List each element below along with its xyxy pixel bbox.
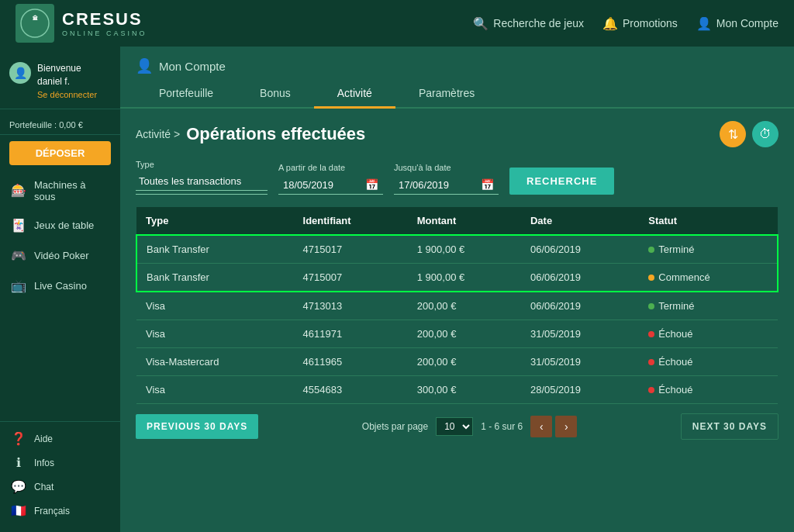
page-title: Opérations effectuées bbox=[186, 124, 365, 144]
slots-icon: 🎰 bbox=[11, 183, 26, 198]
page-range-label: 1 - 6 sur 6 bbox=[481, 421, 523, 432]
promotions-nav-item[interactable]: 🔔 Promotions bbox=[602, 16, 678, 31]
search-icon: 🔍 bbox=[473, 16, 488, 31]
logo-subtitle: ONLINE CASINO bbox=[62, 29, 147, 37]
cell-amount: 1 900,00 € bbox=[408, 235, 521, 264]
cell-amount: 300,00 € bbox=[408, 376, 521, 404]
tab-bonus[interactable]: Bonus bbox=[236, 79, 314, 107]
prev-30-days-button[interactable]: PREVIOUS 30 DAYS bbox=[136, 414, 258, 439]
col-id: Identifiant bbox=[294, 207, 408, 235]
sidebar-item-video-poker[interactable]: 🎮 Vidéo Poker bbox=[0, 240, 120, 271]
search-nav-item[interactable]: 🔍 Recherche de jeux bbox=[473, 16, 584, 31]
table-row[interactable]: Visa4713013200,00 €06/06/2019Terminé bbox=[136, 292, 778, 320]
cell-status: Échoué bbox=[639, 376, 778, 404]
items-per-page-label: Objets par page bbox=[362, 421, 428, 432]
sidebar-item-info[interactable]: ℹ Infos bbox=[0, 451, 120, 475]
col-amount: Montant bbox=[408, 207, 521, 235]
status-dot bbox=[648, 387, 654, 393]
table-row[interactable]: Bank Transfer47150171 900,00 €06/06/2019… bbox=[136, 235, 778, 264]
cell-type: Bank Transfer bbox=[136, 264, 294, 292]
sidebar-bottom: ❓ Aide ℹ Infos 💬 Chat 🇫🇷 Français bbox=[0, 421, 120, 523]
col-type: Type bbox=[136, 207, 294, 235]
sidebar-item-chat[interactable]: 💬 Chat bbox=[0, 475, 120, 499]
cell-date: 06/06/2019 bbox=[521, 264, 639, 292]
sidebar-item-live-casino[interactable]: 📺 Live Casino bbox=[0, 271, 120, 301]
cell-amount: 200,00 € bbox=[408, 348, 521, 376]
logo-image: 🏛 bbox=[16, 4, 54, 43]
table-row[interactable]: Visa4611971200,00 €31/05/2019Échoué bbox=[136, 320, 778, 348]
cell-date: 31/05/2019 bbox=[521, 348, 639, 376]
promotions-nav-label: Promotions bbox=[623, 17, 678, 29]
cell-type: Visa bbox=[136, 320, 294, 348]
tab-portefeuille[interactable]: Portefeuille bbox=[136, 79, 236, 107]
top-navigation: 🏛 cresus ONLINE CASINO 🔍 Recherche de je… bbox=[0, 0, 794, 47]
page-body: Activité > Opérations effectuées ⇅ ⏱ Typ… bbox=[120, 109, 794, 532]
date-from-input[interactable] bbox=[283, 179, 361, 191]
cell-amount: 200,00 € bbox=[408, 292, 521, 320]
cell-id: 4611965 bbox=[294, 348, 408, 376]
user-icon: 👤 bbox=[696, 16, 712, 31]
date-to-label: Jusqu'à la date bbox=[394, 163, 499, 172]
date-from-filter: A partir de la date 📅 bbox=[278, 163, 383, 195]
table-games-label: Jeux de table bbox=[34, 219, 94, 231]
logout-link[interactable]: Se déconnecter bbox=[37, 90, 97, 99]
help-icon: ❓ bbox=[11, 431, 26, 446]
user-greeting: Bienvenue bbox=[37, 62, 97, 75]
cell-status: Terminé bbox=[639, 292, 778, 320]
avatar: 👤 bbox=[9, 62, 31, 84]
deposit-button[interactable]: DÉPOSER bbox=[9, 141, 111, 165]
video-poker-icon: 🎮 bbox=[11, 248, 26, 263]
status-dot bbox=[648, 247, 654, 253]
live-casino-label: Live Casino bbox=[34, 280, 87, 292]
sidebar-item-language[interactable]: 🇫🇷 Français bbox=[0, 499, 120, 523]
logo-name: cresus bbox=[62, 9, 147, 29]
table-row[interactable]: Bank Transfer47150071 900,00 €06/06/2019… bbox=[136, 264, 778, 292]
flag-icon: 🇫🇷 bbox=[11, 503, 26, 518]
export-button[interactable]: ⏱ bbox=[752, 121, 778, 147]
cell-type: Visa bbox=[136, 376, 294, 404]
cell-amount: 200,00 € bbox=[408, 320, 521, 348]
cell-status: Commencé bbox=[639, 264, 778, 292]
bell-icon: 🔔 bbox=[602, 16, 618, 31]
type-filter-label: Type bbox=[136, 160, 268, 169]
type-filter-select[interactable]: Toutes les transactions Dépôts Retraits bbox=[136, 172, 268, 191]
table-row[interactable]: Visa-Mastercard4611965200,00 €31/05/2019… bbox=[136, 348, 778, 376]
cell-id: 4715017 bbox=[294, 235, 408, 264]
date-to-input[interactable] bbox=[399, 179, 476, 191]
cell-id: 4554683 bbox=[294, 376, 408, 404]
svg-point-0 bbox=[21, 9, 49, 37]
prev-page-button[interactable]: ‹ bbox=[530, 416, 552, 437]
cell-type: Visa bbox=[136, 292, 294, 320]
next-page-button[interactable]: › bbox=[555, 416, 577, 437]
sidebar-item-slots[interactable]: 🎰 Machines à sous bbox=[0, 171, 120, 210]
account-header-icon: 👤 bbox=[136, 57, 153, 74]
search-button[interactable]: RECHERCHE bbox=[509, 168, 614, 195]
sidebar-item-help[interactable]: ❓ Aide bbox=[0, 427, 120, 451]
title-actions: ⇅ ⏱ bbox=[720, 121, 778, 147]
user-name: daniel f. bbox=[37, 75, 97, 88]
transactions-table-container: Type Identifiant Montant Date Statut Ban… bbox=[136, 207, 778, 404]
sidebar-item-table-games[interactable]: 🃏 Jeux de table bbox=[0, 210, 120, 240]
logo-area[interactable]: 🏛 cresus ONLINE CASINO bbox=[16, 4, 147, 43]
cell-status: Échoué bbox=[639, 320, 778, 348]
next-30-days-button[interactable]: NEXT 30 DAYS bbox=[681, 413, 778, 440]
cell-date: 31/05/2019 bbox=[521, 320, 639, 348]
tab-activite[interactable]: Activité bbox=[314, 79, 395, 107]
status-dot bbox=[648, 303, 654, 309]
items-per-page-select[interactable]: 10 25 50 bbox=[436, 417, 473, 436]
date-from-wrapper: 📅 bbox=[278, 175, 383, 195]
table-row[interactable]: Visa4554683300,00 €28/05/2019Échoué bbox=[136, 376, 778, 404]
cell-amount: 1 900,00 € bbox=[408, 264, 521, 292]
date-to-filter: Jusqu'à la date 📅 bbox=[394, 163, 499, 195]
info-icon: ℹ bbox=[11, 455, 26, 470]
tab-parametres[interactable]: Paramètres bbox=[395, 79, 498, 107]
status-dot bbox=[648, 331, 654, 337]
calendar-to-icon: 📅 bbox=[481, 178, 494, 191]
cell-status: Terminé bbox=[639, 235, 778, 264]
language-label: Français bbox=[34, 506, 70, 516]
sort-button[interactable]: ⇅ bbox=[720, 121, 746, 147]
account-nav-item[interactable]: 👤 Mon Compte bbox=[696, 16, 778, 31]
pagination-bar: PREVIOUS 30 DAYS Objets par page 10 25 5… bbox=[136, 404, 778, 440]
col-date: Date bbox=[521, 207, 639, 235]
user-area: 👤 Bienvenue daniel f. Se déconnecter bbox=[0, 56, 120, 109]
